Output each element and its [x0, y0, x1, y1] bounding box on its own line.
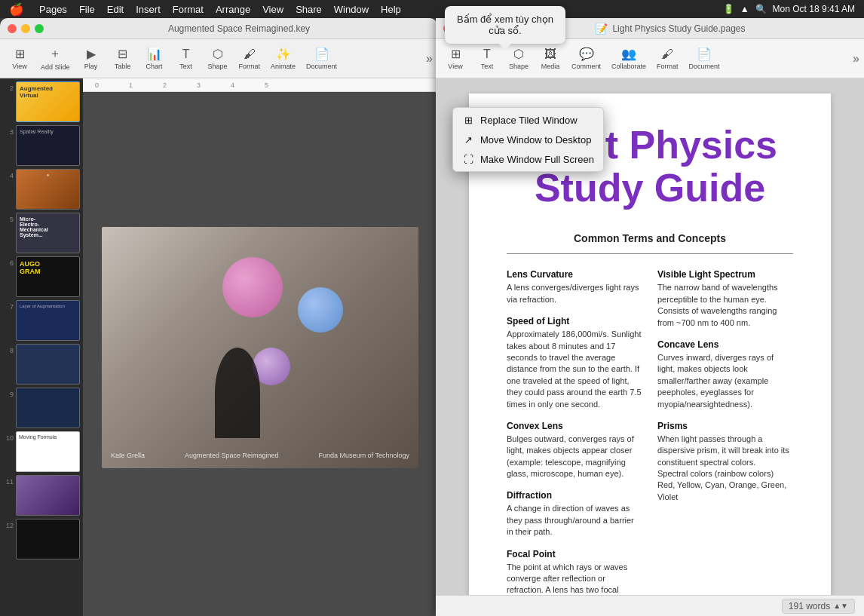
pages-toolbar-comment[interactable]: 💬 Comment — [567, 44, 605, 73]
text-icon: T — [182, 48, 190, 61]
def-diffraction: A change in direction of waves as they p… — [507, 503, 642, 538]
keynote-window: Augmented Space Reimagined.key ⊞ View ＋ … — [0, 18, 437, 616]
pages-format-icon: 🖌 — [661, 48, 673, 61]
toolbar-add-slide[interactable]: ＋ Add Slide — [36, 43, 75, 74]
list-item[interactable]: 6 AUGOGRAM — [3, 256, 80, 297]
menu-item-replace-tiled-label: Replace Tiled Window — [480, 115, 578, 126]
slide-panel[interactable]: 2 AugmentedVirtual 3 Spatial Reality 4 ●… — [0, 78, 83, 616]
figure-silhouette — [215, 348, 260, 438]
list-item[interactable]: 11 — [3, 475, 80, 516]
list-item[interactable]: 5 Micro-Electro-MechanicalSystem... — [3, 213, 80, 253]
pages-media-icon: 🖼 — [544, 48, 556, 61]
view-icon: ⊞ — [15, 47, 25, 61]
menubar: 🍎 Pages File Edit Insert Format Arrange … — [0, 0, 864, 18]
slide-preview: Kate Grella Augmented Space Reimagined F… — [102, 227, 418, 468]
toolbar-play[interactable]: ▶ Play — [76, 44, 106, 73]
pages-collaborate-label: Collaborate — [611, 63, 646, 70]
keynote-main-canvas: 0 1 2 3 4 5 Kate Grella — [83, 78, 437, 616]
pages-comment-label: Comment — [571, 63, 601, 70]
toolbar-table[interactable]: ⊟ Table — [108, 44, 138, 73]
keynote-window-title: Augmented Space Reimagined.key — [48, 23, 430, 34]
term-visible-spectrum: Concave Lens — [657, 339, 793, 350]
term-convex-lens: Speed of Light — [507, 316, 642, 326]
toolbar-addslide-label: Add Slide — [41, 63, 70, 71]
menu-item-fullscreen[interactable]: ⛶ Make Window Full Screen — [453, 149, 603, 169]
def-visible-spectrum: Curves inward, diverges rays of light, m… — [657, 352, 793, 410]
term-focal-point: Focal Point — [507, 549, 642, 559]
pages-toolbar-overflow[interactable]: » — [853, 52, 859, 66]
document-icon: 📄 — [314, 47, 329, 61]
word-count-selector[interactable]: 191 words ▲▼ — [782, 599, 855, 614]
pages-view-icon: ⊞ — [451, 47, 461, 61]
list-item[interactable]: 12 — [3, 519, 80, 559]
menu-item-move-window-label: Move Window to Desktop — [480, 134, 591, 146]
menu-pages[interactable]: Pages — [33, 4, 73, 15]
maximize-button[interactable] — [35, 24, 44, 33]
toolbar-view[interactable]: ⊞ View — [5, 44, 35, 73]
list-item[interactable]: 10 Moving Formula — [3, 431, 80, 472]
toolbar-document[interactable]: 📄 Document — [302, 44, 342, 73]
document-body: Lens Curvature A lens converges/diverges… — [507, 269, 793, 595]
pages-toolbar-document[interactable]: 📄 Document — [685, 44, 725, 73]
toolbar-format[interactable]: 🖌 Format — [234, 44, 265, 73]
pages-toolbar-media[interactable]: 🖼 Media — [535, 44, 565, 73]
pages-title-text: Light Physics Study Guide.pages — [612, 23, 745, 34]
search-icon[interactable]: 🔍 — [755, 4, 767, 14]
menu-file[interactable]: File — [73, 4, 101, 15]
word-count-value: 191 words — [789, 601, 830, 611]
menu-format[interactable]: Format — [167, 4, 210, 15]
toolbar-text[interactable]: T Text — [171, 44, 201, 73]
close-button[interactable] — [8, 24, 17, 33]
menu-view[interactable]: View — [256, 4, 290, 15]
minimize-button[interactable] — [21, 24, 30, 33]
list-item[interactable]: 8 — [3, 344, 80, 385]
play-icon: ▶ — [87, 47, 96, 61]
pages-toolbar-text[interactable]: T Text — [472, 44, 502, 73]
shape-icon: ⬡ — [213, 47, 223, 61]
toolbar-chart[interactable]: 📊 Chart — [139, 44, 170, 73]
menu-help[interactable]: Help — [375, 4, 407, 15]
menu-item-move-window[interactable]: ↗ Move Window to Desktop — [453, 130, 603, 149]
list-item[interactable]: 4 ● — [3, 169, 80, 210]
menu-item-replace-tiled[interactable]: ⊞ Replace Tiled Window — [453, 110, 603, 130]
toolbar-overflow[interactable]: » — [426, 52, 433, 66]
list-item[interactable]: 7 Layer of Augmentation — [3, 300, 80, 341]
list-item[interactable]: 3 Spatial Reality — [3, 125, 80, 166]
list-item[interactable]: 2 AugmentedVirtual — [3, 81, 80, 122]
toolbar-shape[interactable]: ⬡ Shape — [203, 44, 233, 73]
pages-format-label: Format — [657, 63, 679, 70]
term-prisms: Prisms — [657, 421, 793, 431]
term-concave-lens: Convex Lens — [507, 421, 642, 431]
toolbar-animate[interactable]: ✨ Animate — [266, 44, 300, 73]
slide-caption: Kate Grella Augmented Space Reimagined F… — [111, 452, 409, 459]
pages-toolbar-view[interactable]: ⊞ View — [440, 44, 470, 73]
wifi-icon: ▲ — [740, 4, 749, 14]
menu-window[interactable]: Window — [328, 4, 375, 15]
menu-edit[interactable]: Edit — [101, 4, 130, 15]
sphere-decoration-2 — [298, 287, 343, 333]
word-count-chevron: ▲▼ — [833, 602, 848, 610]
toolbar-shape-label: Shape — [208, 63, 228, 70]
pages-shape-icon: ⬡ — [513, 47, 524, 61]
datetime: Mon Oct 18 9:41 AM — [773, 4, 855, 14]
slide-main-title: Augmented Space Reimagined — [185, 452, 279, 459]
menubar-right: 🔋 ▲ 🔍 Mon Oct 18 9:41 AM — [723, 4, 864, 14]
pages-shape-label: Shape — [509, 63, 529, 70]
pages-document-icon: 📄 — [697, 47, 712, 61]
context-menu: ⊞ Replace Tiled Window ↗ Move Window to … — [452, 107, 604, 172]
chart-icon: 📊 — [147, 47, 162, 61]
menu-share[interactable]: Share — [290, 4, 328, 15]
pages-comment-icon: 💬 — [579, 47, 594, 61]
menu-arrange[interactable]: Arrange — [210, 4, 256, 15]
def-speed-of-light: The narrow band of wavelengths perceptib… — [657, 282, 793, 329]
fullscreen-icon: ⛶ — [462, 153, 474, 165]
list-item[interactable]: 9 — [3, 388, 80, 428]
apple-menu[interactable]: 🍎 — [0, 2, 33, 17]
toolbar-chart-label: Chart — [146, 63, 163, 70]
pages-toolbar-format[interactable]: 🖌 Format — [652, 44, 683, 73]
menu-insert[interactable]: Insert — [130, 4, 167, 15]
pages-text-label: Text — [481, 63, 494, 70]
pages-toolbar-collaborate[interactable]: 👥 Collaborate — [607, 44, 651, 73]
toolbar-play-label: Play — [84, 63, 98, 70]
toolbar-document-label: Document — [306, 63, 337, 70]
